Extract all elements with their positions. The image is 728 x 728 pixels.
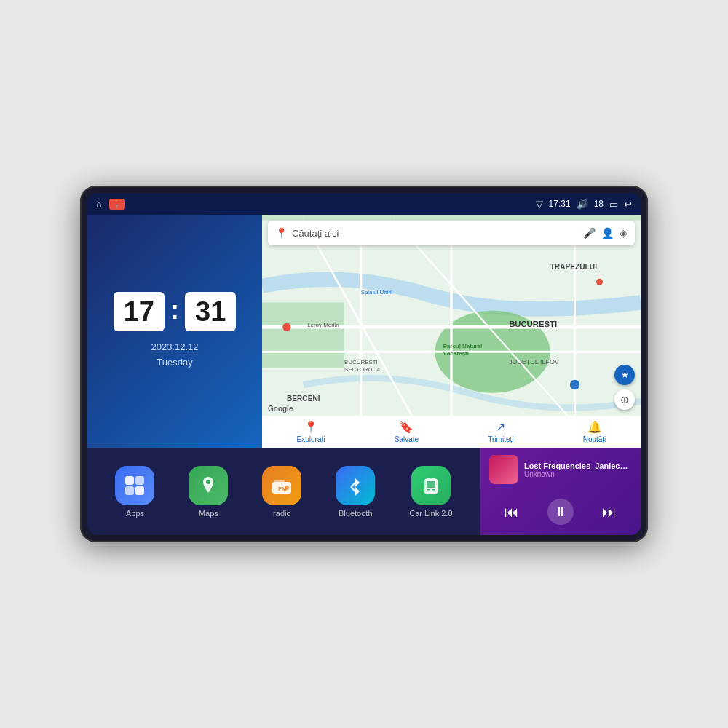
svg-line-32 <box>351 483 355 487</box>
mic-icon[interactable]: 🎤 <box>583 227 596 239</box>
map-nav-send[interactable]: ↗ Trimiteți <box>488 420 513 443</box>
app-bluetooth[interactable]: Bluetooth <box>336 466 375 518</box>
home-icon[interactable]: ⌂ <box>96 199 102 210</box>
app-maps[interactable]: Maps <box>189 466 228 518</box>
google-logo: Google <box>268 405 293 413</box>
music-artist: Unknown <box>524 470 632 478</box>
maps-icon-wrapper <box>189 466 228 505</box>
svg-point-30 <box>285 486 289 490</box>
bluetooth-icon <box>345 475 365 496</box>
back-icon[interactable]: ↩ <box>624 199 632 210</box>
map-nav-news[interactable]: 🔔 Noutăți <box>583 420 606 443</box>
apps-panel: Apps Maps <box>87 448 480 535</box>
bluetooth-label: Bluetooth <box>339 509 372 518</box>
svg-rect-24 <box>135 476 144 485</box>
svg-point-22 <box>570 380 580 390</box>
bottom-section: Apps Maps <box>87 448 641 535</box>
carlink-icon <box>421 475 441 496</box>
app-radio[interactable]: FM radio <box>262 466 301 518</box>
carlink-icon-wrapper <box>411 466 451 505</box>
clock-panel: 17 : 31 2023.12.12 Tuesday <box>87 215 262 448</box>
svg-rect-25 <box>125 486 134 495</box>
signal-icon: ▽ <box>536 199 543 210</box>
app-apps[interactable]: Apps <box>115 466 154 518</box>
play-pause-button[interactable]: ⏸ <box>547 499 574 525</box>
svg-text:Văcărești: Văcărești <box>443 350 469 357</box>
svg-point-20 <box>282 323 290 331</box>
main-content: 17 : 31 2023.12.12 Tuesday <box>87 215 641 535</box>
clock-date: 2023.12.12 Tuesday <box>151 340 198 371</box>
svg-text:Splaiul Unirii: Splaiul Unirii <box>361 289 393 296</box>
bluetooth-icon-wrapper <box>336 466 375 505</box>
volume-icon[interactable]: 🔊 <box>577 199 588 210</box>
maps-label: Maps <box>199 509 218 518</box>
maps-icon <box>198 475 218 496</box>
explore-label: Explorați <box>297 435 325 443</box>
svg-point-27 <box>206 480 210 484</box>
radio-label: radio <box>273 509 290 518</box>
svg-rect-31 <box>274 480 285 482</box>
status-bar: ⌂ 📍 ▽ 17:31 🔊 18 ▭ ↩ <box>87 193 641 215</box>
map-nav-explore[interactable]: 📍 Explorați <box>297 420 325 443</box>
next-button[interactable]: ⏭ <box>599 501 620 523</box>
status-left-icons: ⌂ 📍 <box>96 199 125 210</box>
map-search-bar[interactable]: 📍 Căutați aici 🎤 👤 ◈ <box>268 221 635 245</box>
maps-status-icon[interactable]: 📍 <box>109 199 125 210</box>
battery-level: 18 <box>594 199 604 209</box>
svg-rect-36 <box>427 489 430 491</box>
radio-icon: FM <box>271 475 293 496</box>
apps-label: Apps <box>126 509 144 518</box>
app-carlink[interactable]: Car Link 2.0 <box>409 466 452 518</box>
news-icon: 🔔 <box>587 420 602 434</box>
status-right-info: ▽ 17:31 🔊 18 ▭ ↩ <box>536 199 632 210</box>
radio-icon-wrapper: FM <box>262 466 301 505</box>
music-text: Lost Frequencies_Janieck Devy-... Unknow… <box>524 462 632 478</box>
map-nav-saved[interactable]: 🔖 Salvate <box>395 420 419 443</box>
svg-rect-23 <box>125 476 134 485</box>
svg-rect-26 <box>135 486 144 495</box>
music-title: Lost Frequencies_Janieck Devy-... <box>524 462 632 470</box>
music-thumbnail <box>489 455 518 484</box>
apps-icon-wrapper <box>115 466 154 505</box>
apps-icon <box>124 475 146 496</box>
news-label: Noutăți <box>583 435 606 443</box>
prev-button[interactable]: ⏮ <box>502 501 522 523</box>
account-icon[interactable]: 👤 <box>601 227 614 239</box>
saved-icon: 🔖 <box>399 420 414 434</box>
svg-point-21 <box>596 279 603 285</box>
svg-text:TRAPEZULUI: TRAPEZULUI <box>550 263 597 271</box>
music-panel: Lost Frequencies_Janieck Devy-... Unknow… <box>480 448 641 535</box>
clock-colon: : <box>170 295 179 325</box>
saved-label: Salvate <box>395 435 419 443</box>
send-icon: ↗ <box>496 420 505 434</box>
svg-rect-2 <box>262 302 344 368</box>
clock-display: 17 : 31 <box>114 292 237 331</box>
album-art <box>489 455 518 484</box>
svg-rect-35 <box>427 481 435 488</box>
navigate-button[interactable]: ★ <box>614 365 635 385</box>
layers-icon[interactable]: ◈ <box>620 227 628 239</box>
music-info: Lost Frequencies_Janieck Devy-... Unknow… <box>489 455 632 484</box>
send-label: Trimiteți <box>488 435 513 443</box>
svg-text:BERCENI: BERCENI <box>287 395 320 403</box>
svg-text:Leroy Merlin: Leroy Merlin <box>307 322 339 328</box>
svg-text:Parcul Natural: Parcul Natural <box>443 343 483 349</box>
music-controls: ⏮ ⏸ ⏭ <box>489 496 632 528</box>
compass-button[interactable]: ⊕ <box>614 389 635 410</box>
map-panel[interactable]: TRAPEZULUI BUCUREȘTI JUDEȚUL ILFOV BERCE… <box>262 215 641 448</box>
clock-minute: 31 <box>185 292 236 331</box>
svg-text:JUDEȚUL ILFOV: JUDEȚUL ILFOV <box>509 358 559 365</box>
explore-icon: 📍 <box>304 420 318 434</box>
map-bottom-nav: 📍 Explorați 🔖 Salvate ↗ Trimiteți 🔔 <box>262 416 641 448</box>
car-head-unit: ⌂ 📍 ▽ 17:31 🔊 18 ▭ ↩ 17 : <box>80 186 648 542</box>
clock-hour: 17 <box>114 292 165 331</box>
map-search-actions: 🎤 👤 ◈ <box>583 227 628 239</box>
screen: ⌂ 📍 ▽ 17:31 🔊 18 ▭ ↩ 17 : <box>87 193 641 535</box>
top-section: 17 : 31 2023.12.12 Tuesday <box>87 215 641 448</box>
svg-line-33 <box>351 487 355 491</box>
battery-icon: ▭ <box>609 199 618 210</box>
map-search-placeholder[interactable]: Căutați aici <box>292 228 579 239</box>
svg-rect-37 <box>432 489 435 491</box>
svg-text:BUCUREȘTI: BUCUREȘTI <box>509 320 557 328</box>
map-pin-icon: 📍 <box>275 227 288 239</box>
